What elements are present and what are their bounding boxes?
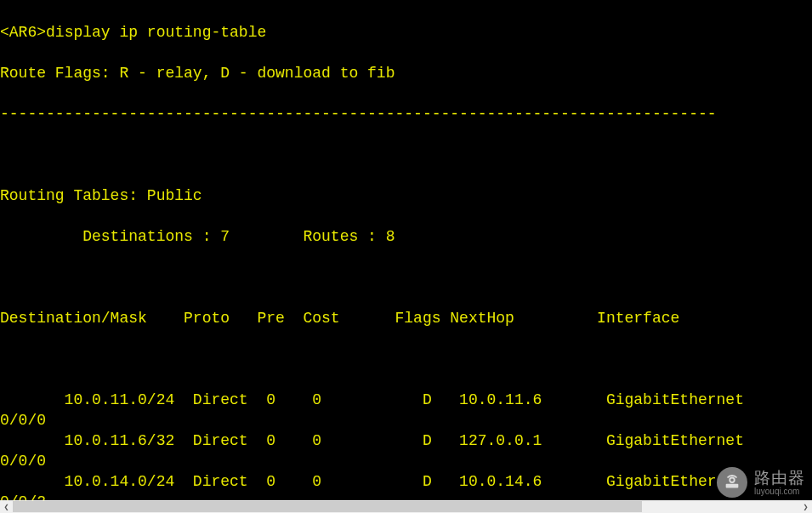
table-row: 10.0.11.6/32 Direct 0 0 D 127.0.0.1 Giga… <box>0 430 812 451</box>
horizontal-scrollbar[interactable]: ❮ ❯ <box>0 500 812 513</box>
dest-routes-line: Destinations : 7 Routes : 8 <box>0 226 812 247</box>
svg-point-0 <box>730 478 735 483</box>
scroll-track[interactable] <box>13 500 799 513</box>
column-headers: Destination/Mask Proto Pre Cost Flags Ne… <box>0 308 812 328</box>
watermark-text: 路由器 luyouqi.com <box>754 470 805 496</box>
prompt-host: AR6 <box>9 24 37 41</box>
blank-line <box>0 145 812 165</box>
blank-line <box>0 267 812 288</box>
routing-tables-line: Routing Tables: Public <box>0 185 812 206</box>
scroll-right-arrow[interactable]: ❯ <box>799 500 812 513</box>
watermark-logo: 路由器 luyouqi.com <box>717 467 805 498</box>
terminal-output: <AR6>display ip routing-table Route Flag… <box>0 0 812 513</box>
routes-body: 10.0.11.0/24 Direct 0 0 D 10.0.11.6 Giga… <box>0 390 812 513</box>
prompt-open: < <box>0 24 9 41</box>
table-row-wrap: 0/0/0 <box>0 451 812 471</box>
scroll-left-arrow[interactable]: ❮ <box>0 500 13 513</box>
table-row: 10.0.14.0/24 Direct 0 0 D 10.0.14.6 Giga… <box>0 471 812 492</box>
watermark-line2: luyouqi.com <box>754 487 805 496</box>
command-line: <AR6>display ip routing-table <box>0 22 812 43</box>
table-row-wrap: 0/0/0 <box>0 410 812 430</box>
router-icon <box>717 467 747 498</box>
blank-line <box>0 349 812 369</box>
svg-point-2 <box>728 485 729 486</box>
table-row: 10.0.11.0/24 Direct 0 0 D 10.0.11.6 Giga… <box>0 390 812 410</box>
scroll-thumb[interactable] <box>13 501 642 512</box>
route-flags-line: Route Flags: R - relay, D - download to … <box>0 63 812 83</box>
watermark-line1: 路由器 <box>754 470 805 486</box>
prompt-close: > <box>37 24 46 41</box>
separator-line: ----------------------------------------… <box>0 104 812 124</box>
command-text: display ip routing-table <box>46 24 266 41</box>
